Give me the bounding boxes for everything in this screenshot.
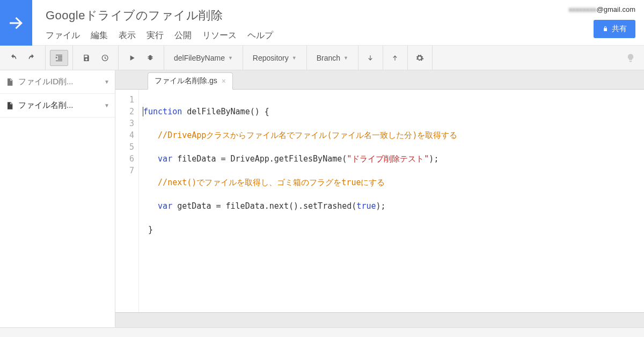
repository-dropdown[interactable]: Repository ▼ — [243, 46, 307, 70]
share-label: 共有 — [612, 24, 627, 34]
editor-status-bar — [115, 312, 644, 327]
project-title[interactable]: Googleドライブのファイル削除 — [46, 8, 569, 24]
footer-bar — [0, 327, 644, 337]
sidebar-file-1-label: ファイルID削... — [18, 77, 74, 87]
caret-down-icon: ▼ — [104, 79, 109, 85]
menu-bar: ファイル 編集 表示 実行 公開 リソース ヘルプ — [46, 30, 569, 41]
sidebar-file-2-label: ファイル名削... — [18, 100, 74, 111]
toolbar: delFileByName ▼ Repository ▼ Branch ▼ — [0, 46, 644, 70]
code-area[interactable]: 1 2 3 4 5 6 7 function delFileByName() {… — [115, 90, 644, 312]
indent-group — [46, 46, 73, 70]
editor-tab-active[interactable]: ファイル名削除.gs × — [148, 72, 233, 90]
redo-button[interactable] — [23, 50, 41, 66]
menu-file[interactable]: ファイル — [46, 30, 80, 41]
main: ファイルID削... ▼ ファイル名削... ▼ ファイル名削除.gs × 1 … — [0, 70, 644, 327]
share-button[interactable]: 共有 — [594, 20, 635, 38]
branch-dropdown[interactable]: Branch ▼ — [307, 46, 358, 70]
title-area: Googleドライブのファイル削除 ファイル 編集 表示 実行 公開 リソース … — [32, 0, 569, 41]
header: Googleドライブのファイル削除 ファイル 編集 表示 実行 公開 リソース … — [0, 0, 644, 46]
sidebar-file-2[interactable]: ファイル名削... ▼ — [0, 94, 115, 118]
save-button[interactable] — [77, 50, 96, 66]
menu-publish[interactable]: 公開 — [174, 30, 192, 41]
editor-tabs: ファイル名削除.gs × — [115, 70, 644, 90]
function-selector-label: delFileByName — [174, 54, 225, 62]
pull-button[interactable] — [358, 46, 383, 70]
branch-label: Branch — [317, 54, 340, 62]
lock-icon — [602, 26, 609, 32]
undo-button[interactable] — [4, 50, 23, 66]
history-button[interactable] — [96, 50, 114, 66]
menu-run[interactable]: 実行 — [147, 30, 164, 41]
sidebar-file-1[interactable]: ファイルID削... ▼ — [0, 70, 115, 94]
debug-button[interactable] — [141, 50, 159, 66]
editor-tab-label: ファイル名削除.gs — [155, 76, 217, 86]
repository-label: Repository — [253, 54, 289, 62]
menu-view[interactable]: 表示 — [119, 30, 136, 41]
tips-button[interactable] — [617, 46, 644, 70]
function-selector[interactable]: delFileByName ▼ — [164, 46, 243, 70]
run-button[interactable] — [123, 50, 141, 66]
user-email[interactable]: xxxxxxxx@gmail.com — [569, 5, 635, 13]
code-content[interactable]: function delFileByName() { //DriveAppクラス… — [139, 90, 457, 312]
save-history-group — [73, 46, 119, 70]
push-button[interactable] — [383, 46, 408, 70]
caret-down-icon: ▼ — [228, 55, 233, 61]
caret-down-icon: ▼ — [343, 55, 348, 61]
header-right: xxxxxxxx@gmail.com 共有 — [569, 0, 644, 38]
menu-edit[interactable]: 編集 — [91, 30, 108, 41]
file-sidebar: ファイルID削... ▼ ファイル名削... ▼ — [0, 70, 115, 327]
close-icon[interactable]: × — [222, 77, 226, 85]
undo-redo-group — [0, 46, 46, 70]
apps-script-logo — [0, 0, 32, 46]
run-debug-group — [119, 46, 164, 70]
caret-down-icon: ▼ — [104, 102, 109, 108]
settings-button[interactable] — [408, 46, 433, 70]
caret-down-icon: ▼ — [292, 55, 297, 61]
editor: ファイル名削除.gs × 1 2 3 4 5 6 7 function delF… — [115, 70, 644, 327]
menu-resources[interactable]: リソース — [202, 30, 237, 41]
indent-button[interactable] — [50, 50, 68, 66]
script-file-icon — [5, 101, 14, 110]
app-root: Googleドライブのファイル削除 ファイル 編集 表示 実行 公開 リソース … — [0, 0, 644, 337]
script-file-icon — [5, 78, 14, 86]
menu-help[interactable]: ヘルプ — [247, 30, 273, 41]
line-gutter: 1 2 3 4 5 6 7 — [115, 90, 139, 312]
